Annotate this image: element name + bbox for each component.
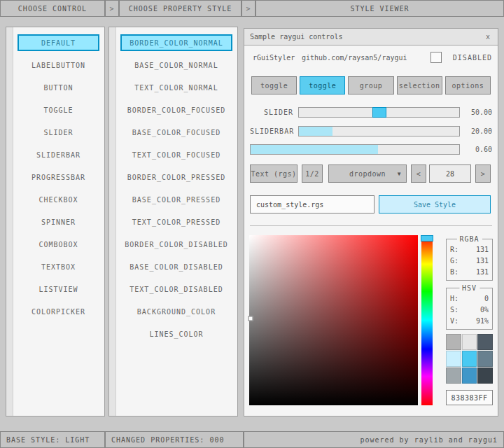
dropdown[interactable]: dropdown ▼ <box>328 164 407 183</box>
property-list-item[interactable]: BASE_COLOR_FOCUSED <box>120 124 232 141</box>
control-list-item[interactable]: COLORPICKER <box>18 303 99 320</box>
toggle-group-item-active[interactable]: toggle <box>300 76 345 94</box>
property-list-item[interactable]: BASE_COLOR_NORMAL <box>120 57 232 74</box>
color-swatch[interactable] <box>477 334 493 350</box>
spinner-decrease-button[interactable]: < <box>411 164 426 183</box>
s-value: 0% <box>480 306 489 314</box>
control-list-item[interactable]: LABELBUTTON <box>18 57 99 74</box>
text-rgs-button[interactable]: Text (rgs) <box>250 164 298 183</box>
property-list-item[interactable]: TEXT_COLOR_FOCUSED <box>120 146 232 163</box>
control-list-item[interactable]: TEXTBOX <box>18 258 99 275</box>
control-list-item[interactable]: BUTTON <box>18 79 99 96</box>
r-value: 131 <box>476 246 489 253</box>
property-list-item[interactable]: LINES_COLOR <box>120 326 232 342</box>
sliderbar[interactable] <box>298 126 460 136</box>
color-swatch[interactable] <box>462 334 477 350</box>
control-list-item[interactable]: PROGRESSBAR <box>18 169 99 186</box>
disabled-checkbox[interactable] <box>430 52 442 63</box>
properties-list-scrollbar[interactable] <box>109 27 116 416</box>
v-label: V: <box>450 317 458 325</box>
h-label: H: <box>450 295 458 302</box>
window-titlebar[interactable]: Sample raygui controls x <box>244 29 498 46</box>
property-list-item[interactable]: BORDER_COLOR_FOCUSED <box>120 102 232 118</box>
property-list-item[interactable]: TEXT_COLOR_PRESSED <box>120 214 232 230</box>
toggle-group-item[interactable]: toggle <box>251 76 297 94</box>
base-style-status: BASE STYLE: LIGHT <box>0 431 105 448</box>
toggle-group-item[interactable]: selection <box>397 76 442 94</box>
toggle-group-item[interactable]: group <box>348 76 393 94</box>
spinner-value-box[interactable]: 28 <box>429 164 471 183</box>
top-steps-bar: CHOOSE CONTROL > CHOOSE PROPERTY STYLE >… <box>0 0 504 17</box>
b-value: 131 <box>476 268 489 276</box>
divider <box>250 225 492 226</box>
hsv-row-s: S: 0% <box>447 306 492 314</box>
control-list-item[interactable]: LISTVIEW <box>18 281 99 298</box>
step-choose-control[interactable]: CHOOSE CONTROL <box>0 0 105 17</box>
s-label: S: <box>450 306 458 314</box>
property-list-item[interactable]: BORDER_COLOR_DISABLED <box>120 236 232 253</box>
property-list-item[interactable]: BORDER_COLOR_NORMAL <box>120 34 232 51</box>
changed-properties-status: CHANGED PROPERTIES: 000 <box>105 431 244 448</box>
rgba-row-b: B: 131 <box>447 268 492 276</box>
properties-list-panel: BORDER_COLOR_NORMAL BASE_COLOR_NORMAL TE… <box>108 27 238 416</box>
sliderbar-label: SLIDERBAR <box>250 127 293 135</box>
property-list-item[interactable]: BACKGROUND_COLOR <box>120 303 232 320</box>
color-swatch[interactable] <box>477 351 493 367</box>
slider-handle[interactable] <box>372 107 386 118</box>
chevron-right-icon: > <box>105 0 119 17</box>
slider-label: SLIDER <box>250 108 293 116</box>
window-title: Sample raygui controls <box>250 33 342 41</box>
powered-by-label: powered by raylib and raygui <box>244 431 504 448</box>
close-icon[interactable]: x <box>484 33 492 41</box>
toggle-group-item[interactable]: options <box>445 76 491 94</box>
control-list-item[interactable]: SLIDERBAR <box>18 146 99 163</box>
color-swatch[interactable] <box>462 368 477 384</box>
progressbar-fill <box>251 145 378 154</box>
g-label: G: <box>450 257 458 265</box>
control-list-item[interactable]: SLIDER <box>18 124 99 141</box>
brand-row: rGuiStyler github.com/raysan5/raygui DIS… <box>244 51 498 65</box>
hex-color-input[interactable]: 838383FF <box>446 390 493 405</box>
half-button[interactable]: 1/2 <box>302 164 323 183</box>
controls-list-scrollbar[interactable] <box>6 27 13 416</box>
step-choose-property-style[interactable]: CHOOSE PROPERTY STYLE <box>119 0 241 17</box>
save-row: custom_style.rgs Save Style <box>244 195 498 214</box>
slider[interactable] <box>298 107 460 118</box>
g-value: 131 <box>476 257 489 265</box>
filename-input[interactable]: custom_style.rgs <box>250 195 374 214</box>
spinner-increase-button[interactable]: > <box>475 164 491 183</box>
disabled-label: DISABLED <box>453 54 492 62</box>
rgba-row-g: G: 131 <box>447 257 492 265</box>
property-list-item[interactable]: TEXT_COLOR_NORMAL <box>120 79 232 96</box>
step-style-viewer[interactable]: STYLE VIEWER <box>255 0 504 17</box>
progressbar-row: 0.60 <box>250 144 492 155</box>
property-list-item[interactable]: BASE_COLOR_DISABLED <box>120 258 232 275</box>
color-swatch[interactable] <box>446 368 461 384</box>
control-list-item[interactable]: DEFAULT <box>18 34 99 51</box>
control-list-item[interactable]: COMBOBOX <box>18 236 99 253</box>
controls-list-panel: DEFAULT LABELBUTTON BUTTON TOGGLE SLIDER… <box>6 27 105 416</box>
rgba-groupbox: RGBA R: 131 G: 131 B: 131 <box>446 239 493 281</box>
color-picker-area[interactable] <box>249 235 418 405</box>
color-swatch[interactable] <box>477 368 493 384</box>
color-swatch[interactable] <box>446 334 461 350</box>
hue-bar[interactable] <box>421 235 433 405</box>
slider-value: 50.00 <box>464 108 492 116</box>
github-link[interactable]: github.com/raysan5/raygui <box>302 54 407 62</box>
property-list-item[interactable]: BASE_COLOR_PRESSED <box>120 191 232 208</box>
save-style-button[interactable]: Save Style <box>379 195 491 214</box>
hsv-row-v: V: 91% <box>447 317 492 325</box>
widgets-row: Text (rgs) 1/2 dropdown ▼ < 28 > <box>244 164 498 183</box>
sliderbar-value: 20.00 <box>464 127 492 135</box>
control-list-item[interactable]: CHECKBOX <box>18 191 99 208</box>
color-picker-cursor[interactable] <box>248 316 253 321</box>
color-swatch[interactable] <box>462 351 477 367</box>
property-list-item[interactable]: TEXT_COLOR_DISABLED <box>120 281 232 298</box>
progressbar <box>250 144 460 155</box>
chevron-down-icon: ▼ <box>398 171 401 177</box>
color-swatch[interactable] <box>446 351 461 367</box>
property-list-item[interactable]: BORDER_COLOR_PRESSED <box>120 169 232 186</box>
control-list-item[interactable]: SPINNER <box>18 214 99 230</box>
control-list-item[interactable]: TOGGLE <box>18 102 99 118</box>
hue-handle[interactable] <box>421 235 433 241</box>
